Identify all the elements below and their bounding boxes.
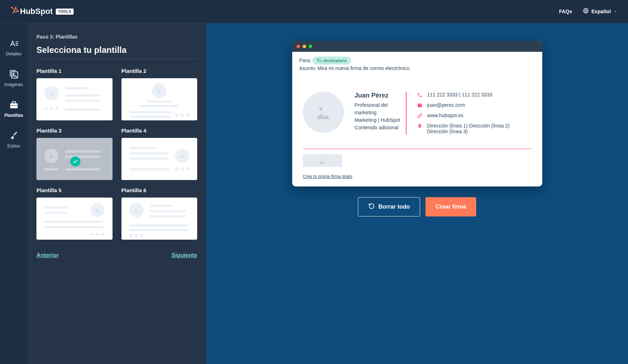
text-icon [9,39,19,49]
template-item-1: Plantilla 1 [36,68,113,120]
signature-divider [303,149,532,149]
chevron-down-icon [614,9,617,14]
action-buttons: Borrar todo Crear firma [358,197,476,216]
signature-dept: Marketing | HubSpot [355,116,400,124]
svg-point-16 [13,73,14,75]
svg-line-6 [14,11,14,12]
hubspot-sprocket-icon [11,6,19,17]
logo-placeholder [303,154,342,167]
template-item-2: Plantilla 2 [121,68,198,120]
language-selector[interactable]: Español [583,8,617,15]
svg-point-0 [14,9,17,12]
svg-line-5 [17,11,18,11]
checkmark-icon [70,156,80,166]
location-icon [417,124,423,130]
globe-icon [583,8,589,15]
template-card-1[interactable] [36,78,113,120]
template-label: Plantilla 5 [36,187,113,193]
template-item-5: Plantilla 5 [36,187,113,240]
hubspot-logo: HubSpot [11,6,53,17]
logo-group[interactable]: HubSpot TOOLS [11,6,74,17]
email-value: juan@perez.com [427,102,465,108]
template-label: Plantilla 6 [121,187,198,193]
template-card-6[interactable] [121,198,198,240]
signature-contacts: 111 222 3333 | 111 222 3333 juan@perez.c… [417,92,532,138]
to-row: Para: Tu destinatario [299,58,535,63]
clear-button[interactable]: Borrar todo [358,197,420,216]
template-label: Plantilla 4 [121,128,198,134]
sidebar-label: Plantillas [4,113,23,118]
title-divider [36,59,197,59]
template-card-4[interactable] [121,138,198,180]
sidebar-item-plantillas[interactable]: Plantillas [0,94,28,124]
brand-name: HubSpot [20,7,53,16]
faq-link[interactable]: FAQs [559,9,572,14]
avatar-placeholder [303,92,344,133]
address-row: Dirección (línea 1) Dirección (línea 2) … [417,123,532,134]
preview-window: Para: Tu destinatario Asunto: Mira mi nu… [292,41,542,186]
svg-point-24 [135,209,136,210]
images-icon [9,69,19,79]
recipient-pill: Tu destinatario [313,57,351,64]
email-row: juan@perez.com [417,102,532,109]
sidebar: Detalles Imágenes Plantillas Estilos [0,23,28,364]
tools-badge: TOOLS [56,9,74,15]
subject-label: Asunto: [299,65,316,71]
website-value: www.hubspot.es [427,113,464,118]
svg-point-1 [15,7,16,8]
svg-point-22 [181,155,181,155]
briefcase-icon [9,100,19,110]
next-button[interactable]: Siguiente [171,252,197,259]
templates-grid: Plantilla 1 [36,68,197,240]
signature-footer-link[interactable]: Crea tu propia firma gratis [303,174,353,179]
signature-identity: Juan Pérez Profesional del marketing Mar… [355,92,407,135]
signature-extra: Contenido adicional [355,124,400,131]
sidebar-label: Imágenes [4,82,23,87]
sidebar-item-imagenes[interactable]: Imágenes [0,63,28,94]
template-item-3: Plantilla 3 [36,128,113,180]
address-value: Dirección (línea 1) Dirección (línea 2) … [427,123,532,134]
to-label: Para: [299,58,311,63]
phone-row: 111 222 3333 | 111 222 3333 [417,92,532,99]
website-row: www.hubspot.es [417,113,532,119]
template-card-2[interactable] [121,78,198,120]
prev-button[interactable]: Anterior [36,252,59,259]
template-card-5[interactable] [36,198,113,240]
signature-area: Juan Pérez Profesional del marketing Mar… [292,78,542,186]
sidebar-label: Detalles [6,51,21,56]
subject-row: Asunto: Mira mi nueva firma de correo el… [299,65,535,71]
templates-panel: Paso 3: Plantillas Selecciona tu plantil… [28,23,206,364]
signature-title: Profesional del marketing [355,101,400,116]
sidebar-item-detalles[interactable]: Detalles [0,32,28,63]
link-icon [417,113,423,119]
svg-point-25 [319,107,322,110]
sidebar-label: Estilos [8,144,20,149]
panel-nav: Anterior Siguiente [36,252,197,266]
email-icon [417,103,423,109]
template-card-3[interactable] [36,138,113,180]
template-item-6: Plantilla 6 [121,187,198,240]
refresh-icon [368,203,375,211]
app-header: HubSpot TOOLS FAQs Español [0,0,628,23]
svg-point-20 [158,90,159,90]
svg-rect-17 [10,103,18,108]
brush-icon [9,131,19,141]
subject-value: Mira mi nueva firma de correo electrónic… [318,65,410,71]
window-maximize-icon [309,45,312,48]
create-button[interactable]: Crear firma [425,197,476,216]
header-right: FAQs Español [559,8,617,15]
svg-point-21 [50,155,51,155]
svg-point-8 [11,7,13,8]
signature-name: Juan Pérez [355,92,400,99]
window-close-icon [296,45,300,48]
sidebar-item-estilos[interactable]: Estilos [0,124,28,155]
preview-panel: Para: Tu destinatario Asunto: Mira mi nu… [206,23,628,364]
panel-title: Selecciona tu plantilla [36,45,197,55]
clear-label: Borrar todo [378,204,410,210]
template-label: Plantilla 2 [121,68,198,74]
phone-icon [417,93,423,99]
create-label: Crear firma [435,204,466,210]
template-label: Plantilla 1 [36,68,113,74]
svg-point-26 [321,159,322,160]
phone-value: 111 222 3333 | 111 222 3333 [427,92,493,98]
